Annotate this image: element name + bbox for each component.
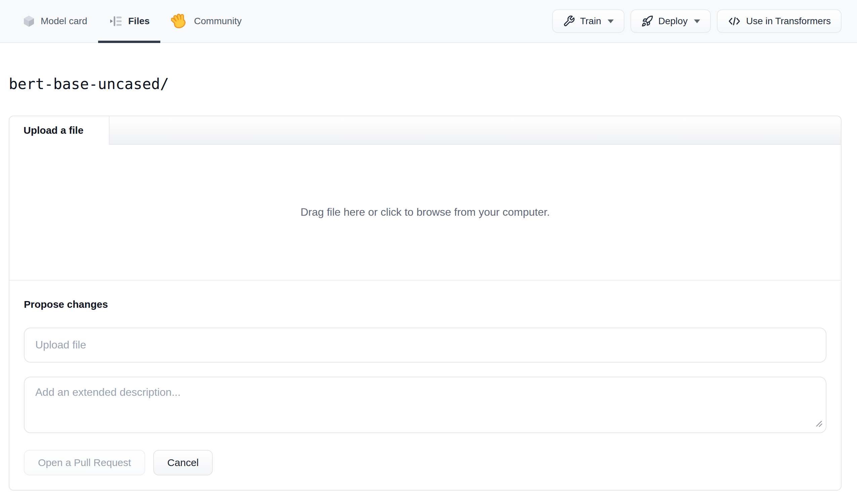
waving-hand-icon <box>171 13 188 30</box>
use-in-transformers-label: Use in Transformers <box>746 16 831 27</box>
deploy-button-label: Deploy <box>658 16 688 27</box>
use-in-transformers-button[interactable]: Use in Transformers <box>717 10 842 33</box>
wrench-icon <box>563 15 575 27</box>
repo-path-heading: bert-base-uncased/ <box>9 75 842 93</box>
tab-files-label: Files <box>129 16 150 27</box>
extended-description-textarea[interactable] <box>24 377 826 433</box>
tabbar-filler <box>110 116 841 145</box>
propose-actions-row: Open a Pull Request Cancel <box>24 450 826 475</box>
tab-model-card[interactable]: Model card <box>12 0 98 42</box>
rocket-icon <box>641 15 653 27</box>
code-icon <box>728 14 741 28</box>
deploy-button[interactable]: Deploy <box>631 10 711 33</box>
upload-panel: Upload a file Drag file here or click to… <box>9 116 842 490</box>
files-list-icon <box>109 14 123 28</box>
repo-action-buttons: Train Deploy <box>552 0 842 42</box>
tab-community[interactable]: Community <box>160 0 252 42</box>
file-dropzone[interactable]: Drag file here or click to browse from y… <box>10 145 841 281</box>
repo-nav: Model card Files <box>0 0 857 43</box>
tab-upload-a-file-label: Upload a file <box>23 125 83 136</box>
cube-icon <box>22 15 35 28</box>
tab-upload-a-file[interactable]: Upload a file <box>10 116 110 145</box>
tab-model-card-label: Model card <box>41 16 87 27</box>
propose-changes-section: Propose changes Open a Pull Request Canc… <box>10 281 841 490</box>
description-field-wrap <box>24 377 826 433</box>
propose-changes-heading: Propose changes <box>24 299 826 310</box>
tab-community-label: Community <box>194 16 242 27</box>
cancel-button[interactable]: Cancel <box>153 450 213 475</box>
chevron-down-icon <box>608 19 614 23</box>
upload-panel-tabbar: Upload a file <box>10 116 841 145</box>
chevron-down-icon <box>694 19 700 23</box>
open-pull-request-button[interactable]: Open a Pull Request <box>24 450 145 475</box>
repo-nav-tabs: Model card Files <box>12 0 252 42</box>
tab-files[interactable]: Files <box>98 0 161 42</box>
dropzone-hint-text: Drag file here or click to browse from y… <box>300 206 550 218</box>
upload-file-input[interactable] <box>24 327 826 363</box>
train-button[interactable]: Train <box>552 10 624 33</box>
train-button-label: Train <box>580 16 601 27</box>
